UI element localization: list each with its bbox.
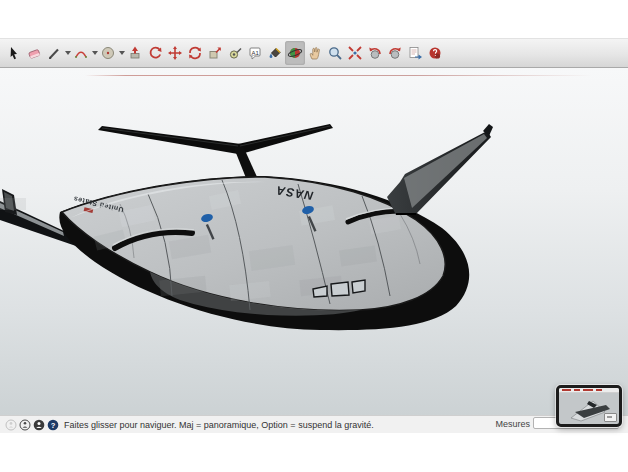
paint-bucket-tool-icon[interactable] (265, 41, 285, 65)
help-glyph: ? (50, 420, 55, 429)
main-toolbar: A1 (0, 38, 628, 68)
rotate-tool-icon[interactable] (185, 41, 205, 65)
title-bar (0, 0, 628, 38)
line-tool-icon[interactable] (44, 41, 64, 65)
arc-tool-dropdown[interactable] (91, 41, 98, 65)
geolocation-icon[interactable] (4, 418, 17, 431)
aircraft-model: United States NASA (0, 68, 628, 415)
model-viewport[interactable]: United States NASA (0, 68, 628, 415)
arc-tool-icon[interactable] (71, 41, 91, 65)
eraser-tool-icon[interactable] (24, 41, 44, 65)
next-view-tool-icon[interactable] (385, 41, 405, 65)
zoom-extents-tool-icon[interactable] (345, 41, 365, 65)
sign-in-icon[interactable] (32, 418, 45, 431)
push-pull-tool-icon[interactable] (125, 41, 145, 65)
shapes-tool-dropdown[interactable] (118, 41, 125, 65)
pan-tool-icon[interactable] (305, 41, 325, 65)
tape-measure-tool-icon[interactable] (225, 41, 245, 65)
orbit-tool-icon[interactable] (285, 41, 305, 65)
model-preview-thumbnail[interactable] (556, 385, 622, 427)
select-tool-icon[interactable] (4, 41, 24, 65)
zoom-tool-icon[interactable] (325, 41, 345, 65)
claim-attribution-icon[interactable] (18, 418, 31, 431)
export-tool-icon[interactable] (405, 41, 425, 65)
sketchup-window: A1 (0, 0, 628, 472)
text-tool-icon[interactable]: A1 (245, 41, 265, 65)
move-tool-icon[interactable] (165, 41, 185, 65)
text-tool-glyph: A1 (252, 50, 260, 56)
status-message: Faites glisser pour naviguer. Maj = pano… (64, 420, 374, 430)
thumbnail-camera-chip[interactable] (604, 413, 617, 422)
follow-me-tool-icon[interactable] (145, 41, 165, 65)
bottom-white-band (0, 433, 628, 472)
shapes-tool-icon[interactable] (98, 41, 118, 65)
line-tool-dropdown[interactable] (64, 41, 71, 65)
measures-label: Mesures (495, 419, 530, 429)
scale-tool-icon[interactable] (205, 41, 225, 65)
right-wing (387, 124, 493, 215)
model-info-tool-icon[interactable] (425, 41, 445, 65)
help-icon[interactable]: ? (46, 418, 59, 431)
previous-view-tool-icon[interactable] (365, 41, 385, 65)
